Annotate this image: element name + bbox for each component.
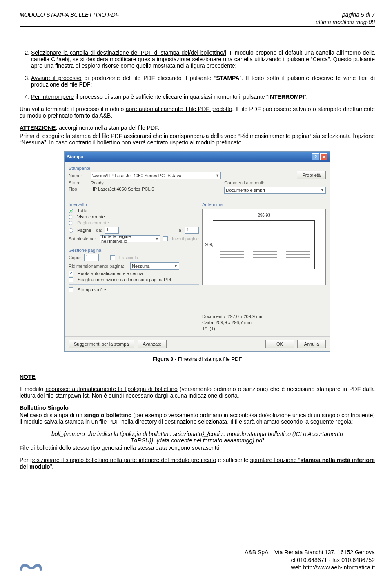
ok-button[interactable]: OK [265,340,294,348]
chk-tofile[interactable] [69,287,74,292]
opt-all-label: Tutte [77,208,87,213]
chevron-down-icon: ▼ [174,264,178,268]
chk-invert-label: Inverti pagine [172,236,199,241]
lbl-subset: Sottoinsieme: [69,236,97,241]
step-3-action: Avviare il processo [31,75,81,81]
attention-heading: ATTENZIONE: accorgimento nella stampa de… [20,124,375,131]
notes-p3: File di bollettini dello stesso tipo gen… [20,444,375,451]
doc-title: MODULO STAMPA BOLLETTINO PDF [20,11,119,26]
last-modified: ultima modifica mag-08 [316,19,375,26]
step-2: Selezionare la cartella di destinazione … [31,49,375,69]
group-preview: Anteprima [202,202,326,207]
step-4: Per interrompere il processo di stampa è… [31,93,375,100]
chevron-down-icon: ▼ [216,173,219,178]
notes-p1a: Il modulo [20,386,45,392]
lbl-scaling: Ridimensionamento pagina: [69,264,128,269]
cancel-button[interactable]: Annulla [297,340,326,348]
dialog-titlebar[interactable]: Stampa ? ✕ [65,152,330,162]
footer-line3: web http://www.aeb-informatica.it [245,564,375,571]
step-4-desc2: ”. [304,93,308,100]
page-footer: A&B SpA – Via Renata Bianchi 137, 16152 … [20,547,375,571]
lbl-copies: Copie: [69,255,82,260]
notes-p4g: . [52,463,53,470]
lbl-to: a: [179,228,183,233]
page-header: MODULO STAMPA BOLLETTINO PDF pagina 5 di… [20,11,375,27]
radio-curpage [69,221,73,225]
preview-width: 296,93 [203,213,325,218]
chk-paper-label: Scegli alimentazione da dimensioni pagin… [78,277,173,282]
printer-select[interactable]: \\wsius\HP LaserJet 4050 Series PCL 6 Ja… [91,172,221,179]
step-4-action: Per interrompere [31,93,74,100]
step-3-desc1: di produzione del file PDF cliccando il … [81,75,216,81]
lbl-from: da: [96,228,102,233]
lbl-comments: Commenti a moduli: [224,180,264,185]
advanced-button[interactable]: Avanzate [138,340,167,348]
step-3: Avviare il processo di produzione del fi… [31,75,375,88]
step-4-desc1: il processo di stampa è sufficiente clic… [74,93,268,100]
chk-rotate-label: Ruota automaticamente e centra [78,271,143,276]
chk-rotate[interactable] [69,271,74,276]
help-icon[interactable]: ? [312,153,319,160]
preview-box: 296,93 209,9 [202,209,326,285]
chk-collate [110,255,115,260]
print-tips-button[interactable]: Suggerimenti per la stampa [69,340,134,348]
para1b: apre automaticamente il file PDF prodott… [126,106,232,112]
notes-heading: NOTE [20,373,375,380]
notes-p4b: posizionare il singolo bollettino nella … [30,457,216,463]
comments-select[interactable]: Documento e timbri ▼ [224,187,326,194]
preview-page [213,220,315,269]
opt-curpage-label: Pagina corrente [77,220,109,225]
radio-view[interactable] [69,215,73,219]
radio-pages[interactable] [69,228,73,233]
chevron-down-icon: ▼ [155,237,159,241]
opt-pages-label: Pagine [77,228,91,233]
scaling-value: Nessuna [132,264,149,269]
radio-all[interactable] [69,209,73,213]
figure-caption: Figura 3 - Finestra di stampa file PDF [20,356,375,362]
page-number: pagina 5 di 7 [316,11,375,19]
dialog-title: Stampa [67,154,83,159]
body: Selezionare la cartella di destinazione … [20,49,375,470]
company-logo [20,560,42,571]
step-4-keyword: INTERROMPI [268,93,304,100]
group-copies: Gestione pagina [69,248,199,253]
attention-rest: : accorgimento nella stampa del file PDF… [56,124,159,131]
properties-button[interactable]: Proprietà [297,171,326,179]
page-meta: pagina 5 di 7 ultima modifica mag-08 [316,11,375,26]
chk-paper[interactable] [69,277,74,282]
val-type: HP LaserJet 4050 Series PCL 6 [91,187,154,191]
attention-word: ATTENZIONE [20,124,56,131]
notes-p2a: Nel caso di stampa di un [20,412,84,418]
print-dialog: Stampa ? ✕ Stampante Nome: \\wsi [64,151,330,352]
close-icon[interactable]: ✕ [320,153,327,160]
attention-body: Prima di eseguire la stampa del file PDF… [20,133,375,146]
lbl-type: Tipo: [69,187,88,191]
heading-single: Bollettino Singolo [20,404,375,411]
file-pattern: boll_{numero che indica la tipologia di … [20,431,375,444]
scaling-select[interactable]: Nessuna ▼ [130,262,179,270]
footer-line2: tel 010.648671 - fax 010.6486752 [245,556,375,564]
input-copies[interactable]: 1 [84,254,99,261]
group-printer: Stampante [69,166,221,171]
notes-p2b: singolo bollettino [84,412,132,418]
lbl-name: Nome: [69,173,88,178]
para1a: Una volta terminato il processo il modul… [20,106,126,112]
footer-line1: A&B SpA – Via Renata Bianchi 137, 16152 … [245,549,375,556]
input-from[interactable]: 1 [105,227,119,234]
doc-dim: Documento: 297,0 x 209,9 mm [202,314,263,319]
subset-select: Tutte le pagine nell'intervallo ▼ [100,235,160,242]
notes-p4c: è sufficiente [216,457,250,463]
step-3-keyword: STAMPA [216,75,239,81]
val-state: Ready [91,180,104,185]
lbl-state: Stato: [69,180,88,185]
steps-list: Selezionare la cartella di destinazione … [31,49,375,100]
post-step-para1: Una volta terminato il processo il modul… [20,106,375,119]
step-2-action: Selezionare la cartella di destinazione … [31,49,226,56]
chk-invert[interactable] [163,236,168,241]
paper-dim: Carta: 209,9 x 296,7 mm [202,320,252,325]
input-to[interactable]: 1 [185,227,199,234]
chevron-down-icon: ▼ [321,188,324,192]
notes-p4d: spuntare l'opzione “ [250,457,301,463]
notes-p2: Nel caso di stampa di un singolo bollett… [20,412,375,425]
notes-p4: Per posizionare il singolo bollettino ne… [20,457,375,470]
